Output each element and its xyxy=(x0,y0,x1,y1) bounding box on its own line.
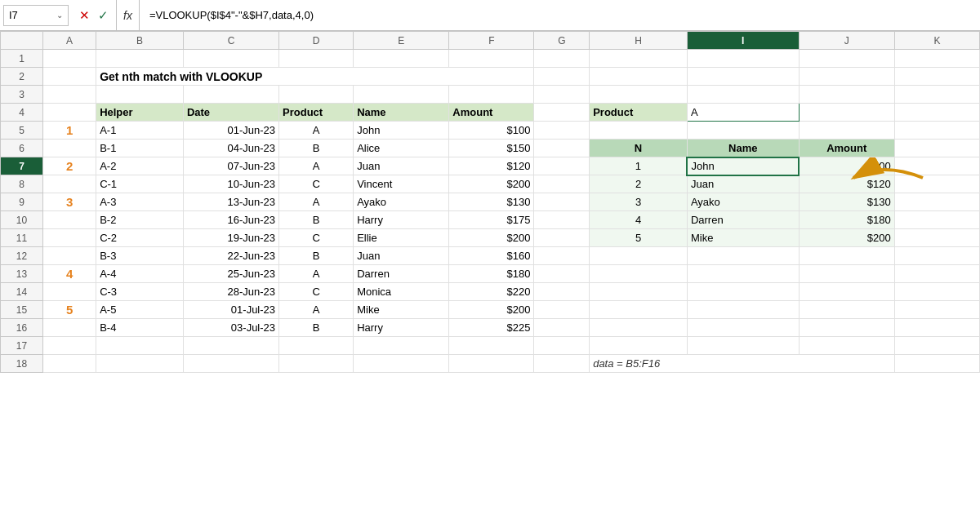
cell-K11[interactable] xyxy=(894,229,979,247)
cell-E4-name[interactable]: Name xyxy=(354,104,449,122)
cell-H6-N[interactable]: N xyxy=(590,140,688,157)
cell-E18[interactable] xyxy=(354,355,449,373)
cell-E14[interactable]: Monica xyxy=(354,283,449,301)
cell-F15[interactable]: $200 xyxy=(449,301,534,319)
cell-A14[interactable] xyxy=(43,283,96,301)
cell-F5[interactable]: $100 xyxy=(449,122,534,140)
cell-I15[interactable] xyxy=(687,301,799,319)
cell-B15[interactable]: A-5 xyxy=(96,301,184,319)
cell-E3[interactable] xyxy=(354,86,449,104)
cell-H13[interactable] xyxy=(590,265,688,283)
cell-K15[interactable] xyxy=(894,301,979,319)
cell-F6[interactable]: $150 xyxy=(449,140,534,157)
col-header-G[interactable]: G xyxy=(534,32,590,50)
cell-F9[interactable]: $130 xyxy=(449,193,534,211)
cell-I1[interactable] xyxy=(687,50,799,68)
cell-B17[interactable] xyxy=(96,337,184,355)
cell-G5[interactable] xyxy=(534,122,590,140)
cell-B16[interactable]: B-4 xyxy=(96,319,184,337)
cell-G17[interactable] xyxy=(534,337,590,355)
cell-I4-value[interactable]: A xyxy=(687,104,799,122)
cell-G7[interactable] xyxy=(534,157,590,175)
cell-J10-amount[interactable]: $180 xyxy=(799,211,894,229)
cell-A10[interactable] xyxy=(43,211,96,229)
cell-D12[interactable]: B xyxy=(279,247,354,265)
cell-E8[interactable]: Vincent xyxy=(354,175,449,193)
cell-B11[interactable]: C-2 xyxy=(96,229,184,247)
cell-G14[interactable] xyxy=(534,283,590,301)
cell-G12[interactable] xyxy=(534,247,590,265)
cell-D1[interactable] xyxy=(279,50,354,68)
cell-D10[interactable]: B xyxy=(279,211,354,229)
cell-K6[interactable] xyxy=(894,140,979,157)
cell-C10[interactable]: 16-Jun-23 xyxy=(183,211,278,229)
col-header-B[interactable]: B xyxy=(96,32,184,50)
cell-H2[interactable] xyxy=(590,68,688,86)
cell-F7[interactable]: $120 xyxy=(449,157,534,175)
cell-A17[interactable] xyxy=(43,337,96,355)
cell-B1[interactable] xyxy=(96,50,184,68)
cell-E12[interactable]: Juan xyxy=(354,247,449,265)
cell-K13[interactable] xyxy=(894,265,979,283)
cell-K16[interactable] xyxy=(894,319,979,337)
cell-G15[interactable] xyxy=(534,301,590,319)
cell-B18[interactable] xyxy=(96,355,184,373)
cell-G9[interactable] xyxy=(534,193,590,211)
cell-H17[interactable] xyxy=(590,337,688,355)
col-header-I[interactable]: I xyxy=(687,32,799,50)
cell-C14[interactable]: 28-Jun-23 xyxy=(183,283,278,301)
cell-A11[interactable] xyxy=(43,229,96,247)
cell-H7-1[interactable]: 1 xyxy=(590,157,688,175)
cell-D11[interactable]: C xyxy=(279,229,354,247)
col-header-A[interactable]: A xyxy=(43,32,96,50)
cell-B9[interactable]: A-3 xyxy=(96,193,184,211)
cell-reference-box[interactable]: I7 ⌄ xyxy=(3,5,69,26)
cell-C1[interactable] xyxy=(183,50,278,68)
cell-B8[interactable]: C-1 xyxy=(96,175,184,193)
cell-I6-Name[interactable]: Name xyxy=(687,140,799,157)
cell-E11[interactable]: Ellie xyxy=(354,229,449,247)
cell-K10[interactable] xyxy=(894,211,979,229)
cell-H14[interactable] xyxy=(590,283,688,301)
col-header-E[interactable]: E xyxy=(354,32,449,50)
cell-E17[interactable] xyxy=(354,337,449,355)
cell-A5-num[interactable]: 1 xyxy=(43,122,96,140)
cell-E5[interactable]: John xyxy=(354,122,449,140)
cell-I13[interactable] xyxy=(687,265,799,283)
cell-J13[interactable] xyxy=(799,265,894,283)
cell-G11[interactable] xyxy=(534,229,590,247)
col-header-J[interactable]: J xyxy=(799,32,894,50)
cell-A13-num[interactable]: 4 xyxy=(43,265,96,283)
cell-F18[interactable] xyxy=(449,355,534,373)
cell-E13[interactable]: Darren xyxy=(354,265,449,283)
cell-B6[interactable]: B-1 xyxy=(96,140,184,157)
cell-H10-4[interactable]: 4 xyxy=(590,211,688,229)
formula-input[interactable] xyxy=(146,7,977,23)
cell-D16[interactable]: B xyxy=(279,319,354,337)
cell-I2[interactable] xyxy=(687,68,799,86)
cell-A16[interactable] xyxy=(43,319,96,337)
cell-D13[interactable]: A xyxy=(279,265,354,283)
cell-K5[interactable] xyxy=(894,122,979,140)
cell-H12[interactable] xyxy=(590,247,688,265)
cell-D18[interactable] xyxy=(279,355,354,373)
cell-C17[interactable] xyxy=(183,337,278,355)
cell-J3[interactable] xyxy=(799,86,894,104)
cell-J11-amount[interactable]: $200 xyxy=(799,229,894,247)
cell-D14[interactable]: C xyxy=(279,283,354,301)
cell-F12[interactable]: $160 xyxy=(449,247,534,265)
cell-I17[interactable] xyxy=(687,337,799,355)
cell-D7[interactable]: A xyxy=(279,157,354,175)
cell-J2[interactable] xyxy=(799,68,894,86)
cell-C13[interactable]: 25-Jun-23 xyxy=(183,265,278,283)
cell-B14[interactable]: C-3 xyxy=(96,283,184,301)
cell-B4-helper[interactable]: Helper xyxy=(96,104,184,122)
cell-G18[interactable] xyxy=(534,355,590,373)
cell-K2[interactable] xyxy=(894,68,979,86)
cell-B3[interactable] xyxy=(96,86,184,104)
cell-F17[interactable] xyxy=(449,337,534,355)
cell-G16[interactable] xyxy=(534,319,590,337)
cell-I3[interactable] xyxy=(687,86,799,104)
cell-K17[interactable] xyxy=(894,337,979,355)
cell-K1[interactable] xyxy=(894,50,979,68)
